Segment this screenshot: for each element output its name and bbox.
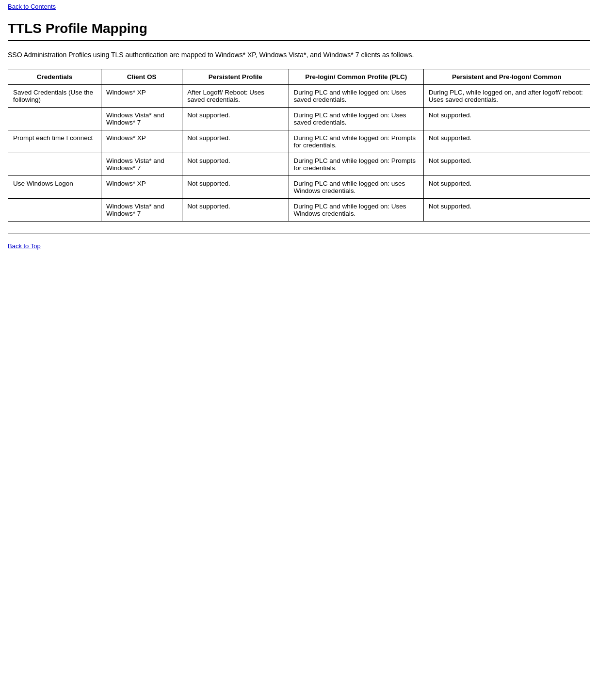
cell-persistent-pre: Not supported.: [423, 176, 590, 199]
profile-mapping-table: Credentials Client OS Persistent Profile…: [8, 69, 590, 222]
cell-credentials: [8, 199, 101, 222]
cell-persistent-pre: Not supported.: [423, 108, 590, 130]
table-row: Windows Vista* and Windows* 7Not support…: [8, 199, 590, 222]
title-divider: [8, 40, 590, 41]
cell-client-os: Windows Vista* and Windows* 7: [101, 153, 182, 176]
cell-credentials: Use Windows Logon: [8, 176, 101, 199]
cell-persistent-pre: Not supported.: [423, 130, 590, 153]
cell-persistent-profile: Not supported.: [182, 130, 289, 153]
header-credentials: Credentials: [8, 69, 101, 85]
cell-persistent-profile: Not supported.: [182, 108, 289, 130]
cell-persistent-pre: Not supported.: [423, 199, 590, 222]
table-row: Use Windows LogonWindows* XPNot supporte…: [8, 176, 590, 199]
cell-client-os: Windows* XP: [101, 130, 182, 153]
cell-client-os: Windows Vista* and Windows* 7: [101, 199, 182, 222]
intro-text: SSO Administration Profiles using TLS au…: [8, 50, 590, 60]
bottom-divider: [8, 233, 590, 234]
cell-client-os: Windows* XP: [101, 85, 182, 108]
table-row: Saved Credentials (Use the following)Win…: [8, 85, 590, 108]
cell-persistent-profile: Not supported.: [182, 153, 289, 176]
cell-credentials: Saved Credentials (Use the following): [8, 85, 101, 108]
cell-credentials: [8, 108, 101, 130]
table-row: Prompt each time I connectWindows* XPNot…: [8, 130, 590, 153]
header-persistent-pre: Persistent and Pre-logon/ Common: [423, 69, 590, 85]
cell-persistent-pre: During PLC, while logged on, and after l…: [423, 85, 590, 108]
cell-persistent-pre: Not supported.: [423, 153, 590, 176]
cell-persistent-profile: After Logoff/ Reboot: Uses saved credent…: [182, 85, 289, 108]
back-to-contents-link[interactable]: Back to Contents: [8, 0, 56, 13]
cell-pre-login: During PLC and while logged on: Uses Win…: [289, 199, 423, 222]
cell-persistent-profile: Not supported.: [182, 199, 289, 222]
cell-pre-login: During PLC and while logged on: Uses sav…: [289, 85, 423, 108]
page-title: TTLS Profile Mapping: [8, 21, 590, 36]
page-wrapper: Back to Contents TTLS Profile Mapping SS…: [0, 0, 598, 253]
cell-client-os: Windows Vista* and Windows* 7: [101, 108, 182, 130]
cell-credentials: Prompt each time I connect: [8, 130, 101, 153]
cell-credentials: [8, 153, 101, 176]
cell-pre-login: During PLC and while logged on: Uses sav…: [289, 108, 423, 130]
header-client-os: Client OS: [101, 69, 182, 85]
back-to-top-link[interactable]: Back to Top: [8, 239, 41, 253]
cell-persistent-profile: Not supported.: [182, 176, 289, 199]
cell-pre-login: During PLC and while logged on: Prompts …: [289, 153, 423, 176]
cell-pre-login: During PLC and while logged on: Prompts …: [289, 130, 423, 153]
cell-pre-login: During PLC and while logged on: uses Win…: [289, 176, 423, 199]
table-header-row: Credentials Client OS Persistent Profile…: [8, 69, 590, 85]
header-pre-login: Pre-login/ Common Profile (PLC): [289, 69, 423, 85]
table-row: Windows Vista* and Windows* 7Not support…: [8, 108, 590, 130]
table-row: Windows Vista* and Windows* 7Not support…: [8, 153, 590, 176]
cell-client-os: Windows* XP: [101, 176, 182, 199]
header-persistent-profile: Persistent Profile: [182, 69, 289, 85]
